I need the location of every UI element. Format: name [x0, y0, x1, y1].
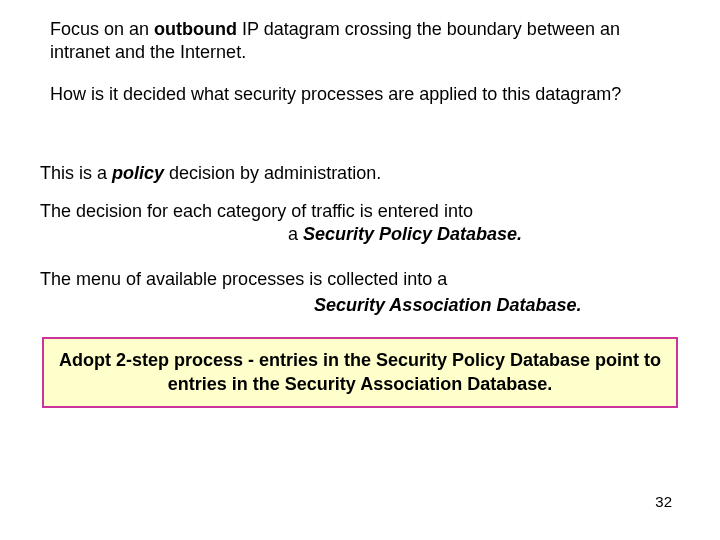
text-line-indent: a Security Policy Database.	[40, 223, 640, 246]
text: a	[288, 224, 303, 244]
bolditalic-spd: Security Policy Database.	[303, 224, 522, 244]
text-line: The decision for each category of traffi…	[40, 200, 640, 223]
paragraph-spd: The decision for each category of traffi…	[30, 200, 690, 247]
page-number: 32	[655, 493, 672, 510]
text: This is a	[40, 163, 112, 183]
bolditalic-sad: Security Association Database.	[30, 294, 690, 317]
text: decision by administration.	[164, 163, 381, 183]
text: Focus on an	[50, 19, 154, 39]
highlight-box: Adopt 2-step process - entries in the Se…	[42, 337, 678, 408]
paragraph-question: How is it decided what security processe…	[30, 83, 690, 106]
bold-outbound: outbound	[154, 19, 237, 39]
bolditalic-policy: policy	[112, 163, 164, 183]
slide: Focus on an outbound IP datagram crossin…	[0, 0, 720, 540]
highlight-text: Adopt 2-step process - entries in the Se…	[59, 350, 661, 393]
paragraph-sad: The menu of available processes is colle…	[30, 268, 690, 291]
paragraph-policy: This is a policy decision by administrat…	[30, 162, 690, 185]
paragraph-focus: Focus on an outbound IP datagram crossin…	[30, 18, 690, 65]
